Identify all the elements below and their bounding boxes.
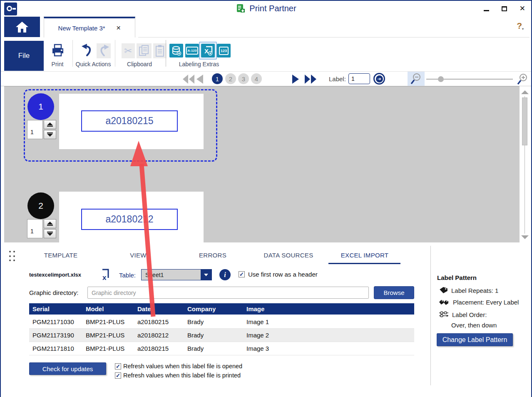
app-window: Print Partner ✕ New Template 3* ✕ ?▾ Fil… — [0, 0, 532, 397]
column-header[interactable]: Serial — [29, 303, 82, 315]
excel-remove-icon: x — [99, 268, 111, 281]
spinner-up-icon — [47, 222, 53, 225]
label-1-textbox[interactable]: a20180215 — [81, 110, 178, 132]
home-button[interactable] — [4, 17, 40, 37]
label-1-repeat-value[interactable]: 1 — [27, 120, 43, 139]
ribbon-toolbar: File Print Quick Actions — [1, 37, 531, 72]
bottom-panel: TEMPLATE VIEW ERRORS DATA SOURCES EXCEL … — [1, 242, 531, 397]
excel-data-table: Serial Model Date Company Image PGM21171… — [29, 303, 414, 355]
next-page-icon[interactable] — [292, 75, 299, 84]
dropdown-button[interactable] — [201, 270, 211, 280]
tab-data-sources[interactable]: DATA SOURCES — [264, 252, 313, 259]
zoom-in-icon[interactable] — [516, 73, 529, 85]
label-1-repeat-up-button[interactable] — [44, 120, 56, 129]
go-to-label-button[interactable]: ➔ — [373, 73, 385, 85]
first-page-icon[interactable] — [183, 75, 194, 84]
redo-icon — [97, 44, 110, 57]
file-button[interactable]: File — [4, 41, 44, 71]
excel-import-button[interactable]: X — [201, 44, 215, 57]
table-header-row: Serial Model Date Company Image — [29, 303, 414, 315]
check-for-updates-button[interactable]: Check for updates — [29, 362, 106, 375]
printer-icon — [51, 43, 65, 57]
tab-template[interactable]: TEMPLATE — [44, 252, 77, 259]
change-label-pattern-button[interactable]: Change Label Pattern — [437, 333, 513, 346]
page-3-button[interactable]: 3 — [238, 73, 249, 84]
zoom-out-button[interactable] — [408, 72, 425, 86]
app-title: Print Partner — [249, 4, 296, 13]
label-repeats-text: Label Repeats: 1 — [451, 287, 498, 294]
undo-button[interactable] — [81, 43, 94, 57]
cut-button[interactable]: ✂ — [122, 43, 135, 58]
label-canvas[interactable]: a20180215 1 1 a20180212 2 1 — [4, 86, 520, 242]
label-order-value: Over, then down — [451, 322, 497, 329]
remove-excel-file-button[interactable]: x — [99, 268, 111, 282]
clipboard-group-label: Clipboard — [115, 61, 164, 67]
two-tags-icon — [439, 299, 450, 306]
tab-close-icon[interactable]: ✕ — [116, 25, 121, 31]
refresh-on-open-label: Refresh values when this label file is o… — [123, 363, 242, 370]
page-4-button[interactable]: 4 — [251, 73, 262, 84]
panel-drag-handle[interactable] — [9, 251, 16, 262]
redo-button[interactable] — [97, 43, 111, 58]
label-repeats-item: Label Repeats: 1 — [439, 287, 498, 294]
tag-icon — [439, 287, 448, 294]
print-partner-logo-icon — [236, 3, 246, 13]
table-row[interactable]: PGM21173190 BMP21-PLUS a20180212 Brady I… — [29, 329, 414, 342]
first-row-header-checkbox[interactable]: ✓ — [239, 271, 245, 277]
zoom-slider-thumb[interactable] — [438, 76, 444, 82]
label-2-badge: 2 — [27, 192, 54, 219]
label-2-repeat-up-button[interactable] — [44, 219, 56, 228]
print-button[interactable] — [51, 43, 65, 57]
label-2-textbox[interactable]: a20180212 — [81, 209, 178, 230]
browse-button[interactable]: Browse — [374, 286, 414, 299]
scroll-up-icon[interactable] — [521, 90, 529, 94]
a123-icon: A-123 — [186, 47, 199, 55]
column-header[interactable]: Image — [243, 303, 414, 315]
tab-new-template[interactable]: New Template 3* ✕ — [44, 17, 135, 37]
table-row[interactable]: PGM21171810 BMP21-PLUS a20180215 Brady I… — [29, 342, 414, 355]
info-button[interactable]: i — [219, 269, 231, 280]
refresh-on-print-checkbox[interactable]: ✓ — [115, 372, 121, 379]
sheet-dropdown-value: Sheet1 — [142, 272, 201, 278]
label-2-repeat-value[interactable]: 1 — [27, 219, 43, 238]
active-tab-underline — [328, 263, 400, 264]
tab-errors[interactable]: ERRORS — [199, 252, 226, 259]
scissors-icon: ✂ — [124, 45, 132, 57]
scrollbar-thumb[interactable] — [522, 97, 527, 145]
zoom-out-icon — [410, 72, 422, 85]
page-2-button[interactable]: 2 — [225, 73, 236, 84]
canvas-scrollbar[interactable] — [520, 86, 530, 242]
minimize-icon[interactable] — [484, 10, 489, 11]
window-close-icon[interactable]: ✕ — [520, 5, 525, 12]
tab-view[interactable]: VIEW — [130, 252, 147, 259]
table-row[interactable]: PGM21171030 BMP21-PLUS a20180215 Brady I… — [29, 315, 414, 329]
label-number-input[interactable] — [348, 73, 370, 84]
previous-page-icon[interactable] — [196, 75, 203, 84]
maximize-icon[interactable] — [502, 6, 507, 11]
placement-item: Placement: Every Label — [439, 299, 519, 306]
serialization-a123-button[interactable]: A-123 — [185, 44, 199, 57]
help-button[interactable]: ?▾ — [517, 21, 524, 31]
scroll-down-icon[interactable] — [521, 235, 529, 239]
graphic-directory-input[interactable] — [87, 287, 369, 299]
column-header[interactable]: Company — [184, 303, 243, 315]
column-header[interactable]: Date — [134, 303, 184, 315]
labeling-extras-group-label: Labeling Extras — [166, 61, 232, 67]
label-navigation-bar: 1 2 3 4 Label: ➔ — [1, 72, 531, 86]
copy-button[interactable] — [137, 43, 152, 58]
last-page-icon[interactable] — [305, 75, 316, 84]
tab-excel-import[interactable]: EXCEL IMPORT — [341, 252, 388, 259]
sheet-dropdown[interactable]: Sheet1 — [141, 269, 212, 280]
data-automation-button[interactable] — [169, 44, 183, 57]
column-header[interactable]: Model — [82, 303, 134, 315]
paste-button[interactable] — [153, 43, 167, 58]
tab-bar: New Template 3* ✕ ?▾ — [1, 17, 531, 37]
page-1-button[interactable]: 1 — [212, 73, 223, 84]
home-icon — [15, 21, 29, 33]
numbering-123-button[interactable]: 123 — [217, 44, 231, 57]
label-1-repeat-down-button[interactable] — [44, 130, 56, 139]
undo-icon — [81, 43, 94, 57]
label-2-repeat-down-button[interactable] — [44, 229, 56, 238]
excel-filename: testexcelimport.xlsx — [29, 272, 81, 278]
refresh-on-open-checkbox[interactable]: ✓ — [115, 363, 121, 370]
